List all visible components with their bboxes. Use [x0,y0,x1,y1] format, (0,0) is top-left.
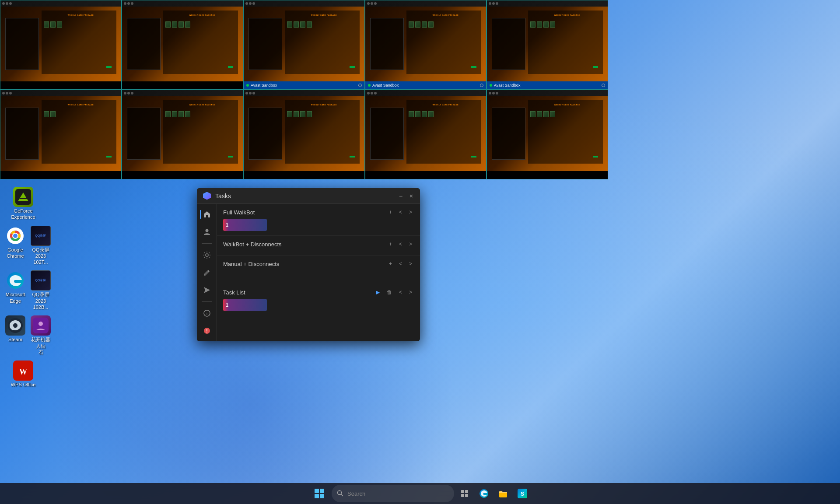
svg-marker-16 [204,287,210,293]
sidebar-icon-home[interactable] [200,207,214,221]
purple-app-label: 花开机器人钻石 [31,336,51,355]
task-actions-full-walkbot: + < > [387,208,414,216]
sandbox-window-9[interactable]: WEEKLY CARE PACKAGE [365,90,486,179]
purple-app-icon [31,315,51,336]
tasks-body: i ! Full WalkBot + < > [197,204,420,341]
steam-icon [5,315,25,336]
task-add-btn-3[interactable]: + [387,260,394,268]
taskbar-taskview-button[interactable] [456,485,473,502]
task-list-progress-bar[interactable]: 1 [223,299,267,311]
svg-rect-2 [20,198,27,199]
task-list-next-btn[interactable]: > [407,288,414,296]
sidebar-icon-settings[interactable] [200,248,214,262]
desktop-icon-purple-app[interactable]: 花开机器人钻石 [29,314,52,357]
taskbar-store-button[interactable]: S [514,485,531,502]
task-item-walkbot-disconnects: WalkBot + Disconnects + < > [217,236,420,256]
svg-text:!: ! [206,329,207,333]
sidebar-icon-people[interactable] [200,225,214,239]
tasks-panel: Tasks − × [197,188,420,341]
search-placeholder: Search [347,490,365,497]
game-title-5: WEEKLY CARE PACKAGE [529,14,606,16]
desktop-icon-chrome[interactable]: Google Chrome [4,224,27,267]
svg-line-22 [341,494,343,497]
window-titlebar-4 [365,0,486,7]
taskview-icon [460,489,469,498]
sandbox-window-3[interactable]: WEEKLY CARE PACKAGE Avast Sandbox [243,0,365,90]
tasks-minimize-button[interactable]: − [397,192,404,200]
svg-rect-25 [461,494,464,497]
sandbox-window-8[interactable]: WEEKLY CARE PACKAGE [243,90,365,179]
task-add-btn-1[interactable]: + [387,208,394,216]
task-list-play-btn[interactable]: ▶ [374,288,382,296]
svg-rect-24 [465,490,468,493]
task-next-btn-3[interactable]: > [407,260,414,268]
task-prev-btn-1[interactable]: < [397,208,404,216]
sandbox-window-1[interactable]: WEEKLY CARE PACKAGE [0,0,122,90]
qq1-icon: QQ录屏 [31,226,51,246]
window-titlebar-8 [244,90,364,96]
window-titlebar-1 [0,0,121,7]
task-list-prev-btn[interactable]: < [397,288,404,296]
desktop-icon-geforce[interactable]: GeForce Experience [4,185,43,222]
svg-point-11 [38,322,43,326]
window-titlebar-9 [365,90,486,96]
sandbox-window-4[interactable]: WEEKLY CARE PACKAGE Avast Sandbox [365,0,486,90]
tasks-close-button[interactable]: × [408,192,415,200]
game-title-9: WEEKLY CARE PACKAGE [408,104,484,106]
svg-text:S: S [521,491,524,497]
sandbox-window-5[interactable]: WEEKLY CARE PACKAGE Avast Sandbox [486,0,608,90]
desktop-icon-steam[interactable]: Steam [4,314,27,357]
taskbar-search-button[interactable]: Search [332,485,454,502]
wps-icon: W [13,360,33,381]
window-titlebar-10 [487,90,608,96]
taskbar: Search [0,483,840,504]
task-list-actions: ▶ 🗑 < > [374,288,414,296]
geforce-label: GeForce Experience [5,208,41,220]
game-title-4: WEEKLY CARE PACKAGE [408,14,484,16]
taskbar-start-button[interactable] [309,485,330,502]
sandbox-window-2[interactable]: WEEKLY CARE PACKAGE [122,0,243,90]
taskbar-edge-button[interactable] [475,485,493,502]
sidebar-icon-send[interactable] [200,283,214,297]
sidebar-icon-danger[interactable]: ! [200,324,214,338]
task-list-name: Task List [223,289,374,296]
task-actions-walkbot-disconnects: + < > [387,240,414,248]
task-next-btn-1[interactable]: > [407,208,414,216]
steam-label: Steam [8,336,22,343]
svg-point-21 [338,491,342,495]
task-list-progress-fill: 1 [223,299,228,311]
taskbar-explorer-button[interactable] [494,485,512,502]
task-progress-bar-1[interactable]: 1 [223,219,267,231]
desktop-icon-qq2[interactable]: QQ录屏 QQ录屏2023 102B... [29,269,52,312]
desktop-icon-qq1[interactable]: QQ录屏 QQ录屏2023 102T... [29,224,52,267]
edge-icon [7,272,24,289]
sidebar-icon-info[interactable]: i [200,306,214,320]
svg-point-14 [205,229,208,232]
task-progress-wave-1 [228,219,267,231]
svg-rect-23 [461,490,464,493]
sidebar-icon-edit[interactable] [200,266,214,280]
taskbar-edge-icon [479,489,489,498]
sandbox-label-5: Avast Sandbox [487,81,608,89]
task-list-delete-btn[interactable]: 🗑 [385,288,394,296]
sandbox-window-6[interactable]: WEEKLY CARE PACKAGE [0,90,122,179]
tasks-titlebar: Tasks − × [197,188,420,204]
tasks-sidebar: i ! [197,204,217,341]
task-name-walkbot-disconnects: WalkBot + Disconnects [223,241,387,248]
task-next-btn-2[interactable]: > [407,240,414,248]
svg-point-6 [13,234,18,238]
svg-text:W: W [19,368,27,376]
sandbox-window-10[interactable]: WEEKLY CARE PACKAGE [486,90,608,179]
desktop-icon-edge[interactable]: MicrosoftEdge [4,269,27,312]
game-title-7: WEEKLY CARE PACKAGE [164,104,241,106]
edge-label: MicrosoftEdge [6,291,25,304]
desktop-icon-wps[interactable]: W WPS Office [4,359,43,389]
window-titlebar-3 [244,0,364,7]
search-icon [337,490,344,497]
sandbox-window-7[interactable]: WEEKLY CARE PACKAGE [122,90,243,179]
sandbox-label-3: Avast Sandbox [244,81,364,89]
task-list-header: Task List ▶ 🗑 < > [223,288,414,296]
task-prev-btn-3[interactable]: < [397,260,404,268]
task-prev-btn-2[interactable]: < [397,240,404,248]
task-add-btn-2[interactable]: + [387,240,394,248]
